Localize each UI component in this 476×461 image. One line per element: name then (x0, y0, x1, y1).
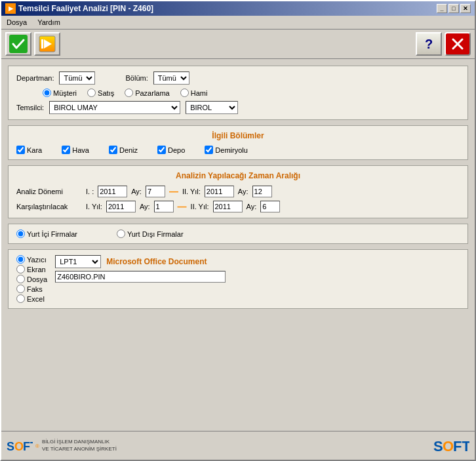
karsilastir-ii-yil-label: II. Yıl: (191, 203, 209, 210)
firmalar-row: Yurt İçi Firmalar Yurt Dışı Firmalar (16, 230, 460, 238)
check-button[interactable] (5, 32, 31, 56)
file-input[interactable] (55, 271, 226, 283)
ilgili-bolumler-panel: İlgili Bölümler Kara Hava Deniz Depo (8, 125, 468, 160)
output-top-row: LPT1 Microsoft Office Document (55, 255, 460, 268)
analiz-row: Analiz Dönemi I. : Ay: — II. Yıl: Ay: (16, 186, 460, 197)
checkbox-deniz[interactable]: Deniz (109, 146, 138, 154)
checkbox-hava[interactable]: Hava (62, 146, 89, 154)
help-button[interactable]: ? (416, 32, 442, 56)
radio-pazarlama[interactable]: Pazarlama (125, 89, 170, 97)
company-text: BİLGİ İŞLEM DANIŞMANLIK VE TİCARET ANONİ… (42, 439, 117, 452)
svg-text:O: O (443, 438, 454, 454)
karsilastir-row: Karşılaştırılacak I. Yıl: Ay: — II. Yıl:… (16, 201, 460, 212)
dash-2: — (178, 201, 187, 212)
footer: S O FT ® BİLGİ İŞLEM DANIŞMANLIK VE TİCA… (1, 431, 475, 460)
radio-faks[interactable]: Faks (16, 285, 47, 293)
firmalar-panel: Yurt İçi Firmalar Yurt Dışı Firmalar (8, 224, 468, 244)
departman-select[interactable]: Tümü (59, 71, 95, 85)
svg-text:S: S (433, 438, 443, 454)
menu-dosya[interactable]: Dosya (1, 17, 32, 28)
analiz-ay-val[interactable] (146, 186, 165, 197)
soft-registered: ® (35, 443, 39, 449)
app-icon: ▶ (5, 3, 16, 14)
output-panel: Yazıcı Ekran Dosya Faks (8, 249, 468, 309)
form-panel: Departman: Tümü Bölüm: Tümü Müşteri (8, 66, 468, 120)
output-row: Yazıcı Ekran Dosya Faks (16, 255, 460, 303)
analiz-ii-yil[interactable] (205, 186, 234, 197)
svg-text:FT: FT (23, 440, 33, 453)
radio-ekran[interactable]: Ekran (16, 265, 47, 273)
svg-text:S: S (7, 440, 14, 453)
title-bar: ▶ Temsilci Faaliyet Analizi [PIN - Z460]… (1, 1, 475, 16)
footer-logo-left: S O FT ® BİLGİ İŞLEM DANIŞMANLIK VE TİCA… (7, 436, 117, 456)
window-title: Temsilci Faaliyet Analizi [PIN - Z460] (18, 4, 153, 13)
exit-button[interactable] (445, 32, 471, 56)
karsilastir-ii-yil[interactable] (213, 201, 243, 212)
karsilastir-label: Karşılaştırılacak (16, 203, 82, 210)
radio-group: Müşteri Satış Pazarlama Hami (43, 89, 207, 97)
printer-select[interactable]: LPT1 (55, 255, 101, 268)
analiz-ay-label: Ay: (131, 188, 142, 195)
zaman-title: Analizin Yapılacağı Zaman Aralığı (16, 171, 460, 180)
bolum-label: Bölüm: (125, 74, 148, 82)
file-input-row (55, 271, 460, 283)
svg-rect-0 (9, 35, 28, 53)
checkbox-kara[interactable]: Kara (16, 146, 42, 154)
karsilastir-i-yil[interactable] (106, 201, 136, 212)
analiz-ii-yil-label: II. Yıl: (182, 188, 201, 195)
run-button[interactable] (34, 32, 60, 56)
main-window: ▶ Temsilci Faaliyet Analizi [PIN - Z460]… (0, 0, 476, 461)
zaman-araligi-panel: Analizin Yapılacağı Zaman Aralığı Analiz… (8, 165, 468, 218)
karsilastir-ay2-val[interactable] (260, 201, 280, 212)
analiz-ay2-val[interactable] (252, 186, 272, 197)
toolbar-left (5, 32, 60, 56)
temsilci-code-select[interactable]: BIROL (186, 101, 238, 114)
checkbox-demiryolu[interactable]: Demiryolu (205, 146, 248, 154)
karsilastir-i-yil-label: I. Yıl: (86, 203, 102, 210)
menu-yardim[interactable]: Yardım (32, 17, 66, 28)
main-content: Departman: Tümü Bölüm: Tümü Müşteri (1, 59, 475, 431)
menu-bar: Dosya Yardım (1, 16, 475, 30)
karsilastir-ay-label: Ay: (140, 203, 150, 210)
radio-excel[interactable]: Excel (16, 294, 47, 303)
maximize-button[interactable]: □ (448, 4, 459, 13)
radio-musteri[interactable]: Müşteri (43, 89, 77, 97)
toolbar: ? (1, 30, 475, 59)
checkbox-depo[interactable]: Depo (157, 146, 185, 154)
close-button[interactable]: ✕ (460, 4, 471, 13)
radio-yazici[interactable]: Yazıcı (16, 255, 47, 264)
analiz-i-yil[interactable] (98, 186, 127, 197)
footer-logo-right: S O FT (433, 435, 469, 456)
temsilci-select[interactable]: BIROL UMAY (49, 101, 180, 114)
karsilastir-ay2-label: Ay: (247, 203, 257, 210)
departman-label: Departman: (16, 74, 54, 82)
svg-rect-4 (41, 39, 43, 49)
output-radio-col: Yazıcı Ekran Dosya Faks (16, 255, 47, 303)
departman-bolum-row: Departman: Tümü Bölüm: Tümü (16, 71, 460, 85)
karsilastir-ay-val[interactable] (154, 201, 174, 212)
radio-satis[interactable]: Satış (87, 89, 114, 97)
ilgili-bolumler-title: İlgili Bölümler (16, 131, 460, 140)
temsilci-row: Temsilci: BIROL UMAY BIROL (16, 101, 460, 114)
analiz-ay2-label: Ay: (238, 188, 248, 195)
radio-dosya[interactable]: Dosya (16, 275, 47, 283)
temsilci-label: Temsilci: (16, 104, 44, 111)
radio-yurt-disi[interactable]: Yurt Dışı Firmalar (117, 230, 184, 238)
title-bar-buttons: _ □ ✕ (437, 4, 471, 13)
analiz-label: Analiz Dönemi (16, 188, 82, 195)
ms-office-label: Microsoft Office Document (106, 257, 207, 266)
soft-logo-left-icon: S O FT (7, 436, 33, 456)
radio-yurt-ici[interactable]: Yurt İçi Firmalar (16, 230, 77, 238)
radio-row: Müşteri Satış Pazarlama Hami (16, 89, 460, 97)
minimize-button[interactable]: _ (437, 4, 447, 13)
radio-hami[interactable]: Hami (180, 89, 208, 97)
output-right: LPT1 Microsoft Office Document (55, 255, 460, 283)
checkboxes-row: Kara Hava Deniz Depo Demiryolu (16, 146, 460, 154)
analiz-i-label: I. : (86, 188, 94, 195)
svg-text:O: O (14, 440, 24, 453)
bolum-select[interactable]: Tümü (153, 71, 189, 85)
title-bar-left: ▶ Temsilci Faaliyet Analizi [PIN - Z460] (5, 3, 153, 14)
svg-text:FT: FT (453, 438, 469, 454)
soft-logo-right-icon: S O FT (433, 435, 469, 455)
dash-1: — (169, 186, 178, 197)
